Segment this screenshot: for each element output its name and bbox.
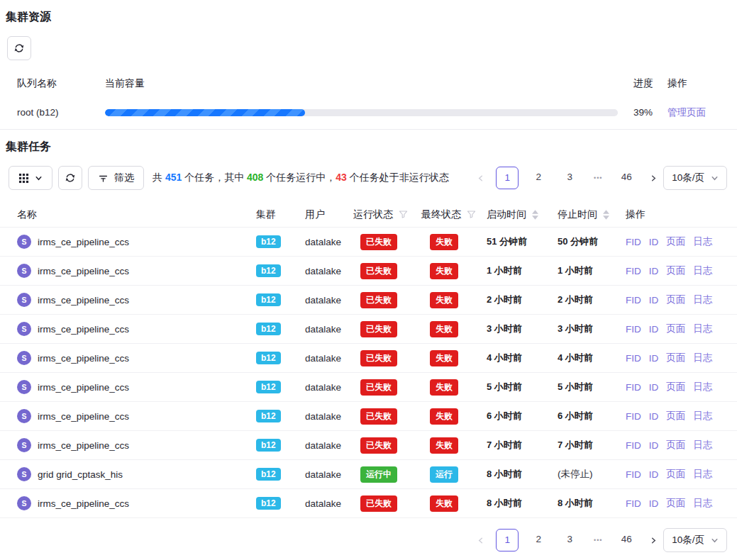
progress-fill — [105, 109, 305, 116]
op-link-FID[interactable]: FID — [626, 498, 641, 509]
user-cell: datalake — [305, 353, 353, 364]
refresh-tasks-button[interactable] — [58, 166, 82, 190]
progress-bar — [105, 109, 618, 116]
avatar: S — [17, 409, 31, 423]
cluster-tag: b12 — [256, 323, 281, 335]
op-link-FID[interactable]: FID — [626, 411, 641, 422]
op-link-ID[interactable]: ID — [649, 469, 659, 480]
op-link-ID[interactable]: ID — [649, 295, 659, 306]
op-link-日志[interactable]: 日志 — [693, 468, 712, 481]
page-size-select[interactable]: 10条/页 — [663, 166, 727, 190]
op-link-页面[interactable]: 页面 — [666, 352, 685, 364]
pagination-prev-icon[interactable] — [473, 167, 487, 189]
pagination-page-1[interactable]: 1 — [496, 167, 519, 189]
op-link-日志[interactable]: 日志 — [693, 381, 712, 393]
stop-time: 8 小时前 — [558, 498, 593, 508]
op-link-页面[interactable]: 页面 — [666, 323, 685, 335]
op-link-页面[interactable]: 页面 — [666, 439, 685, 452]
cluster-cell: b12 — [256, 468, 305, 481]
task-name-cell: S irms_ce_pipeline_ccs — [0, 351, 256, 365]
op-link-日志[interactable]: 日志 — [693, 439, 712, 452]
chevron-down-icon — [711, 174, 719, 182]
op-link-ID[interactable]: ID — [649, 498, 659, 509]
filter-funnel-icon[interactable] — [399, 210, 408, 219]
user-cell: datalake — [305, 498, 353, 509]
op-link-ID[interactable]: ID — [649, 382, 659, 393]
manage-page-link[interactable]: 管理页面 — [667, 107, 706, 118]
pagination-page-46[interactable]: 46 — [615, 529, 638, 551]
sort-icon[interactable] — [532, 210, 538, 220]
task-name-cell: S irms_ce_pipeline_ccs — [0, 380, 256, 394]
stop-time: (未停止) — [558, 469, 593, 479]
run-status-cell: 已失败 — [353, 263, 421, 279]
pagination-page-46[interactable]: 46 — [615, 167, 638, 189]
op-link-日志[interactable]: 日志 — [693, 410, 712, 422]
op-link-ID[interactable]: ID — [649, 411, 659, 422]
op-link-页面[interactable]: 页面 — [666, 468, 685, 481]
page-size-select[interactable]: 10条/页 — [663, 528, 727, 552]
op-link-日志[interactable]: 日志 — [693, 352, 712, 364]
final-status-badge: 失败 — [430, 350, 458, 366]
pagination-ellipsis[interactable]: ••• — [589, 537, 606, 544]
op-link-FID[interactable]: FID — [626, 324, 641, 335]
view-mode-button[interactable] — [9, 166, 52, 190]
page-size-label: 10条/页 — [672, 172, 704, 184]
start-time-cell: 51 分钟前 — [487, 235, 558, 248]
pagination-page-1[interactable]: 1 — [496, 529, 519, 551]
col-cluster: 集群 — [256, 208, 305, 221]
task-name: irms_ce_pipeline_ccs — [38, 237, 129, 247]
op-link-ID[interactable]: ID — [649, 237, 659, 247]
task-name: irms_ce_pipeline_ccs — [38, 498, 129, 509]
op-link-ID[interactable]: ID — [649, 440, 659, 451]
op-link-FID[interactable]: FID — [626, 266, 641, 276]
task-name: grid grid_cptask_his — [38, 469, 123, 480]
pagination-page-3[interactable]: 3 — [558, 167, 581, 189]
final-status-cell: 失败 — [421, 234, 487, 250]
start-time: 2 小时前 — [487, 294, 522, 305]
op-link-页面[interactable]: 页面 — [666, 410, 685, 422]
op-link-FID[interactable]: FID — [626, 353, 641, 364]
op-link-ID[interactable]: ID — [649, 353, 659, 364]
op-link-FID[interactable]: FID — [626, 237, 641, 247]
run-status-cell: 已失败 — [353, 408, 421, 425]
pagination-page-2[interactable]: 2 — [527, 167, 550, 189]
op-link-页面[interactable]: 页面 — [666, 235, 685, 248]
op-link-页面[interactable]: 页面 — [666, 381, 685, 393]
pagination-page-2[interactable]: 2 — [527, 529, 550, 551]
sort-icon[interactable] — [603, 210, 609, 220]
op-link-页面[interactable]: 页面 — [666, 264, 685, 277]
start-time-cell: 8 小时前 — [487, 497, 558, 510]
op-link-ID[interactable]: ID — [649, 266, 659, 276]
cluster-tag: b12 — [256, 410, 281, 422]
run-status-cell: 已失败 — [353, 437, 421, 454]
pagination-page-3[interactable]: 3 — [558, 529, 581, 551]
ops-cell: FIDID页面日志 — [626, 468, 737, 481]
op-link-日志[interactable]: 日志 — [693, 235, 712, 248]
filter-funnel-icon[interactable] — [467, 210, 476, 219]
op-link-FID[interactable]: FID — [626, 440, 641, 451]
op-link-FID[interactable]: FID — [626, 295, 641, 306]
cluster-tag: b12 — [256, 293, 281, 306]
op-link-日志[interactable]: 日志 — [693, 323, 712, 335]
run-status-badge: 已失败 — [360, 321, 397, 337]
op-link-页面[interactable]: 页面 — [666, 293, 685, 306]
pagination-next-icon[interactable] — [646, 529, 660, 551]
filter-button[interactable]: 筛选 — [88, 166, 144, 190]
start-time-cell: 6 小时前 — [487, 410, 558, 422]
op-link-FID[interactable]: FID — [626, 382, 641, 393]
start-time: 3 小时前 — [487, 323, 522, 334]
start-time: 4 小时前 — [487, 352, 522, 363]
pagination-next-icon[interactable] — [646, 167, 660, 189]
op-link-日志[interactable]: 日志 — [693, 293, 712, 306]
pagination-ellipsis[interactable]: ••• — [589, 174, 606, 181]
col-user: 用户 — [305, 208, 353, 221]
op-link-日志[interactable]: 日志 — [693, 497, 712, 510]
pagination-prev-icon[interactable] — [473, 529, 487, 551]
op-link-页面[interactable]: 页面 — [666, 497, 685, 510]
start-time: 6 小时前 — [487, 410, 522, 421]
task-name: irms_ce_pipeline_ccs — [38, 324, 129, 335]
op-link-ID[interactable]: ID — [649, 324, 659, 335]
refresh-resources-button[interactable] — [7, 36, 31, 60]
op-link-FID[interactable]: FID — [626, 469, 641, 480]
op-link-日志[interactable]: 日志 — [693, 264, 712, 277]
